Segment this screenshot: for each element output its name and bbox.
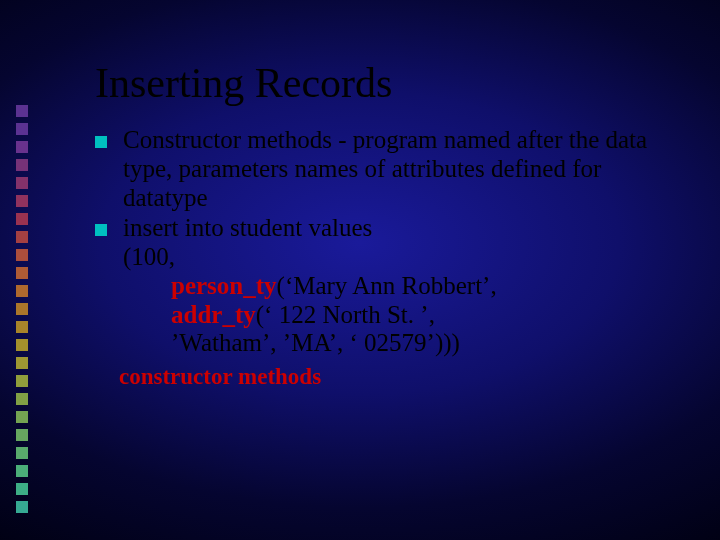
decor-square: [16, 429, 28, 441]
decor-square: [16, 393, 28, 405]
decor-square: [16, 465, 28, 477]
decor-square: [16, 249, 28, 261]
code-line: person_ty(‘Mary Ann Robbert’,: [123, 272, 680, 301]
code-text: (‘ 122 North St. ’,: [256, 301, 435, 328]
decor-square: [16, 141, 28, 153]
decor-square: [16, 447, 28, 459]
decor-square: [16, 483, 28, 495]
bullet-square-icon: [95, 224, 107, 236]
code-line: ’Watham’, ’MA’, ‘ 02579’))): [123, 329, 680, 358]
code-text: (‘Mary Ann Robbert’,: [277, 272, 497, 299]
code-text: ’Watham’, ’MA’, ‘ 02579’))): [171, 329, 460, 356]
decor-square: [16, 303, 28, 315]
constructor-name: person_ty: [171, 272, 277, 299]
decorative-side-squares: [16, 105, 28, 513]
decor-square: [16, 123, 28, 135]
bullet-square-icon: [95, 136, 107, 148]
bullet-text: insert into student values: [123, 214, 372, 241]
decor-square: [16, 375, 28, 387]
decor-square: [16, 339, 28, 351]
slide: Inserting Records Constructor methods - …: [0, 0, 720, 540]
slide-title: Inserting Records: [95, 60, 680, 106]
decor-square: [16, 195, 28, 207]
decor-square: [16, 213, 28, 225]
constructor-name: addr_ty: [171, 301, 256, 328]
decor-square: [16, 501, 28, 513]
decor-square: [16, 231, 28, 243]
decor-square: [16, 105, 28, 117]
decor-square: [16, 411, 28, 423]
decor-square: [16, 285, 28, 297]
slide-body: Constructor methods - program named afte…: [95, 126, 680, 390]
code-text: (100,: [123, 243, 175, 270]
code-line: addr_ty(‘ 122 North St. ’,: [123, 301, 680, 330]
code-line: (100,: [123, 243, 680, 272]
bullet-item: insert into student values (100, person_…: [95, 214, 680, 358]
footer-note: constructor methods: [95, 364, 680, 390]
decor-square: [16, 267, 28, 279]
decor-square: [16, 159, 28, 171]
decor-square: [16, 177, 28, 189]
decor-square: [16, 321, 28, 333]
decor-square: [16, 357, 28, 369]
bullet-item: Constructor methods - program named afte…: [95, 126, 680, 212]
bullet-text: Constructor methods - program named afte…: [123, 126, 647, 211]
